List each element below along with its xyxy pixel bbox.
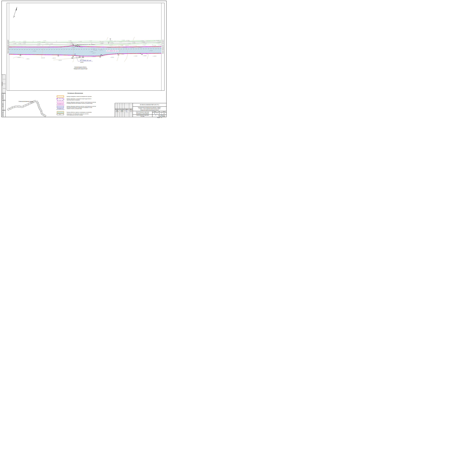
elevation-cross-marker (120, 45, 120, 45)
elevation-label: 32.11 (122, 54, 124, 55)
elevation-label: 32.28 (127, 40, 129, 41)
elevation-label: 31.78 (159, 44, 161, 45)
map-content: 31.6431.7132.9131.9632.6732.9232.6832.96… (9, 37, 164, 62)
stage-value: П (154, 113, 155, 114)
elevation-label: 32.55 (104, 54, 107, 55)
scheme-title: Схема расположения листов (19, 101, 33, 102)
boundary-point-label: 741 (57, 55, 59, 56)
elevation-label: 32.28 (124, 47, 126, 48)
legend-swatch-points (57, 114, 64, 115)
col-izm: N°Изм (115, 109, 117, 109)
elevation-label: 32.68 (69, 40, 71, 41)
scheme-sheet-5: 5 (18, 106, 20, 108)
col-list: Лист (120, 109, 121, 109)
legend-point-marker: 1 (59, 114, 60, 115)
boundary-point-dot (100, 56, 101, 56)
elevation-cross-marker (18, 43, 19, 44)
legend-item-text: Характерные точки образуемых земельных у… (67, 113, 89, 116)
boundary-point-label: 734 (141, 54, 143, 55)
elevation-label: 32.51 (27, 58, 29, 59)
col-data: Дата (130, 109, 132, 109)
elevation-cross-marker (17, 57, 17, 58)
elevation-cross-marker (68, 41, 69, 41)
elevation-label: 32.16 (123, 40, 125, 41)
elevation-cross-marker (121, 54, 121, 55)
elevation-label: 32.91 (24, 42, 26, 43)
elevation-label: 31.71 (24, 41, 26, 42)
elevation-label: 31.88 (150, 50, 153, 51)
elevation-label: 33.26 (76, 57, 79, 58)
elevation-cross-marker (134, 56, 134, 56)
vegetation-tick (152, 44, 153, 45)
legend-item-text: Границы планируемых элементов планировоч… (67, 96, 92, 97)
boundary-point-dot (74, 55, 75, 55)
elevation-label: 32.49 (48, 47, 50, 48)
elevation-label: 32.59 (108, 47, 111, 48)
point-dot-icon (60, 114, 60, 115)
elevation-label: 32.96 (70, 42, 72, 43)
legend-title: Условные обозначения (68, 92, 83, 94)
elevation-label: 32.61 (19, 43, 21, 44)
signatures (125, 110, 128, 112)
elevation-label: 32.57 (81, 47, 83, 48)
elevation-cross-marker (75, 57, 76, 58)
legend-point-number: 1 (59, 114, 60, 115)
project-name: Проект межевания территории (Материалы п… (136, 111, 149, 114)
elevation-cross-marker (69, 42, 70, 42)
elevation-label: 32.21 (127, 45, 129, 46)
servitude-parcel-label: 39: 11: 050002: 292 / чзу1 (106, 50, 118, 52)
elevation-label: 31.75 (38, 45, 40, 46)
elevation-label: 32.88 (38, 43, 40, 44)
elevation-cross-marker (89, 41, 89, 41)
boundary-point-label: 738 (82, 57, 84, 58)
boundary-point-dot (102, 55, 103, 56)
elevation-cross-marker (142, 42, 142, 42)
signature-alyabev (125, 110, 128, 110)
sheets-total: 19 (163, 113, 165, 114)
elevation-label: 32.93 (111, 42, 113, 43)
elevation-label: 32.98 (111, 43, 114, 44)
north-label: С (14, 16, 15, 17)
elevation-cross-marker (132, 42, 133, 42)
boundary-point-dot (74, 45, 74, 46)
vegetation-tick (50, 45, 50, 46)
boundary-point-label: 742 (20, 55, 21, 56)
boundary-point-dot (83, 56, 83, 56)
road-sign-icon (110, 38, 111, 39)
elevation-label: 32.72 (47, 43, 49, 44)
elevation-cross-marker (37, 43, 38, 44)
elevation-cross-marker (58, 60, 58, 61)
boundary-point-dot (77, 46, 78, 47)
legend-item-text: Границы территории, в отношении которой … (67, 98, 91, 101)
elevation-label: 31.91 (142, 40, 144, 41)
scheme-sheet-11: 11 (33, 100, 36, 102)
format-note: Формат А2 (157, 117, 162, 118)
elevation-cross-marker (92, 56, 92, 57)
sheet-number: 10 (159, 113, 160, 114)
elevation-label: 33.16 (72, 47, 75, 48)
elevation-label: 32.15 (139, 47, 142, 48)
scheme-sheet-3: 3 (12, 106, 15, 108)
elevation-cross-marker (12, 41, 13, 41)
elevation-label: 31.89 (144, 55, 146, 56)
elevation-label: 32.88 (14, 43, 16, 44)
boundary-point-dot (58, 55, 59, 55)
sheets-header: Листов (163, 111, 165, 112)
boundary-point-label: 735 (118, 54, 119, 55)
elevation-cross-marker (23, 41, 24, 41)
elevation-cross-marker (141, 40, 141, 41)
elevation-label: 32.94 (51, 43, 53, 44)
boundary-point-label: 719 (78, 45, 80, 47)
elevation-label: 31.74 (110, 44, 113, 45)
elevation-label: 32.65 (34, 51, 36, 52)
scheme-sheet-4: 4 (15, 106, 17, 108)
relief-line (107, 37, 108, 40)
row-role: Проверил (116, 111, 119, 112)
elevation-label: 32.87 (91, 51, 93, 52)
boundary-point-dot (80, 56, 80, 56)
vegetation-tick (91, 43, 92, 44)
north-arrow-icon (13, 7, 17, 18)
elevation-label: 31.86 (135, 55, 137, 57)
elevation-cross-marker (157, 43, 157, 43)
scheme-sheet-8: 8 (26, 104, 29, 106)
